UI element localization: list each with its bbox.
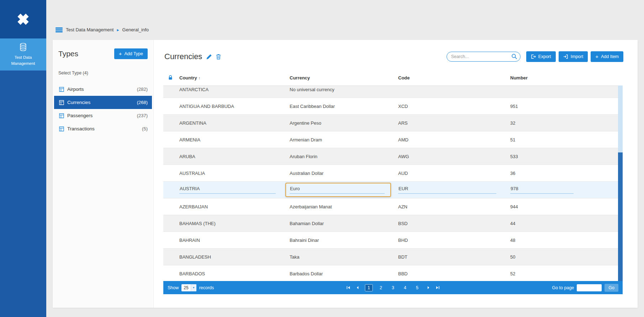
add-type-button[interactable]: Add Type bbox=[114, 48, 148, 59]
table-row[interactable]: BAHRAIN Bahraini Dinar BHD 48 bbox=[163, 232, 623, 249]
column-header-currency[interactable]: Currency bbox=[290, 75, 398, 80]
currencies-table: Country Currency Code Number ANTARCTICA … bbox=[163, 70, 623, 281]
types-title: Types bbox=[58, 50, 78, 58]
page-title: Currencies bbox=[164, 51, 202, 62]
go-button[interactable]: Go bbox=[605, 284, 618, 292]
column-header-number[interactable]: Number bbox=[510, 75, 623, 80]
cell-country: AZERBAIJAN bbox=[179, 204, 290, 209]
cell-number: 51 bbox=[510, 137, 623, 142]
export-label: Export bbox=[538, 54, 551, 59]
cell-currency: Azerbaijanian Manat bbox=[290, 204, 398, 209]
types-panel: Types Add Type Select Type (4) Airports … bbox=[53, 40, 154, 308]
search-icon[interactable] bbox=[511, 53, 517, 61]
lock-column-header[interactable] bbox=[163, 75, 179, 80]
table-row[interactable]: AUSTRIA Euro EUR 978 bbox=[163, 182, 623, 198]
table-row[interactable]: BAHAMAS (THE) Bahamian Dollar BSD 44 bbox=[163, 215, 623, 232]
type-item-airports[interactable]: Airports (282) bbox=[54, 83, 152, 96]
plus-icon bbox=[595, 54, 598, 59]
page-numbers: 12345 bbox=[365, 284, 421, 291]
stack-icon bbox=[56, 27, 63, 32]
last-page-button[interactable] bbox=[436, 286, 440, 290]
cell-code: ARS bbox=[398, 120, 510, 126]
sidebar-item-label: Test Data Management bbox=[8, 54, 38, 66]
select-type-label: Select Type (4) bbox=[58, 71, 148, 76]
table-header: Country Currency Code Number bbox=[163, 70, 623, 85]
breadcrumb-item-general-info[interactable]: General_info bbox=[122, 27, 149, 32]
type-item-count: (237) bbox=[137, 113, 148, 118]
type-item-label: Airports bbox=[67, 87, 134, 92]
table-row[interactable]: ANTIGUA AND BARBUDA East Caribbean Dolla… bbox=[163, 98, 623, 115]
vertical-scrollbar[interactable] bbox=[618, 85, 623, 281]
add-type-label: Add Type bbox=[124, 51, 143, 56]
page-button-3[interactable]: 3 bbox=[389, 284, 397, 291]
search-input[interactable] bbox=[447, 52, 521, 62]
table-row[interactable]: ARGENTINA Argentine Peso ARS 32 bbox=[163, 115, 623, 131]
edit-icon[interactable] bbox=[206, 54, 212, 60]
scrollbar-thumb[interactable] bbox=[618, 152, 623, 281]
cell-code: AZN bbox=[398, 204, 510, 209]
cell-country: ANTIGUA AND BARBUDA bbox=[179, 104, 290, 109]
sidebar: Test Data Management bbox=[0, 0, 46, 317]
cell-country: BAHAMAS (THE) bbox=[179, 221, 290, 226]
breadcrumb-item-test-data-management[interactable]: Test Data Management bbox=[66, 27, 114, 32]
cell-number: 533 bbox=[510, 154, 623, 159]
records-label: records bbox=[199, 285, 214, 290]
cell-country: ARGENTINA bbox=[179, 120, 290, 126]
cell-number: 36 bbox=[510, 171, 623, 176]
type-item-label: Passengers bbox=[67, 113, 134, 118]
content-card: Types Add Type Select Type (4) Airports … bbox=[53, 40, 638, 308]
page-button-1[interactable]: 1 bbox=[365, 284, 373, 291]
page-button-2[interactable]: 2 bbox=[377, 284, 385, 291]
type-item-currencies[interactable]: Currencies (268) bbox=[54, 96, 152, 109]
prev-page-button[interactable] bbox=[355, 286, 359, 290]
cell-currency: Australian Dollar bbox=[290, 171, 398, 176]
cell-number: 951 bbox=[510, 104, 623, 109]
page-button-5[interactable]: 5 bbox=[413, 284, 421, 291]
goto-page-label: Go to page bbox=[552, 285, 574, 290]
content-header: Currencies bbox=[154, 40, 638, 70]
import-button[interactable]: Import bbox=[559, 51, 588, 62]
column-header-country[interactable]: Country bbox=[179, 75, 290, 80]
show-label: Show bbox=[168, 285, 179, 290]
chevron-down-icon bbox=[191, 284, 196, 291]
app-logo[interactable] bbox=[0, 0, 46, 38]
table-row[interactable]: BARBADOS Barbados Dollar BBD 52 bbox=[163, 265, 623, 281]
table-row[interactable]: AUSTRALIA Australian Dollar AUD 36 bbox=[163, 165, 623, 182]
cell-code: BDT bbox=[398, 254, 510, 260]
table-row[interactable]: ANTARCTICA No universal currency bbox=[163, 85, 623, 98]
type-item-transactions[interactable]: Transactions (5) bbox=[54, 122, 152, 135]
cell-country: ANTARCTICA bbox=[179, 87, 290, 92]
table-icon bbox=[59, 126, 64, 131]
add-item-button[interactable]: Add Item bbox=[591, 51, 623, 62]
first-page-button[interactable] bbox=[346, 286, 350, 290]
lock-icon bbox=[168, 75, 173, 80]
next-page-button[interactable] bbox=[427, 286, 431, 290]
logo-x-icon bbox=[15, 11, 31, 27]
table-row[interactable]: AZERBAIJAN Azerbaijanian Manat AZN 944 bbox=[163, 198, 623, 215]
toolbar: Export Import Add Item bbox=[447, 51, 623, 62]
cell-currency: Aruban Florin bbox=[290, 154, 398, 159]
cell-country: ARMENIA bbox=[179, 137, 290, 142]
database-icon bbox=[20, 43, 27, 51]
table-icon bbox=[59, 100, 64, 105]
table-row[interactable]: ARUBA Aruban Florin AWG 533 bbox=[163, 148, 623, 165]
cell-code: BSD bbox=[398, 221, 510, 226]
column-header-code[interactable]: Code bbox=[398, 75, 510, 80]
delete-icon[interactable] bbox=[216, 54, 221, 59]
cell-country: AUSTRALIA bbox=[179, 171, 290, 176]
cell-number: 50 bbox=[510, 254, 623, 260]
table-row[interactable]: ARMENIA Armenian Dram AMD 51 bbox=[163, 131, 623, 148]
export-button[interactable]: Export bbox=[526, 51, 556, 62]
sidebar-item-test-data-management[interactable]: Test Data Management bbox=[0, 38, 46, 71]
page-size-select[interactable]: 25 bbox=[181, 284, 196, 291]
cell-currency: Taka bbox=[290, 254, 398, 260]
import-label: Import bbox=[571, 54, 583, 59]
page-button-4[interactable]: 4 bbox=[401, 284, 409, 291]
type-item-passengers[interactable]: Passengers (237) bbox=[54, 109, 152, 122]
table-row[interactable]: BANGLADESH Taka BDT 50 bbox=[163, 249, 623, 265]
page-size-value: 25 bbox=[181, 285, 190, 290]
type-item-label: Currencies bbox=[67, 100, 134, 105]
cell-number: 978 bbox=[510, 186, 623, 194]
cell-currency: No universal currency bbox=[290, 87, 398, 92]
goto-page-input[interactable] bbox=[577, 284, 602, 291]
